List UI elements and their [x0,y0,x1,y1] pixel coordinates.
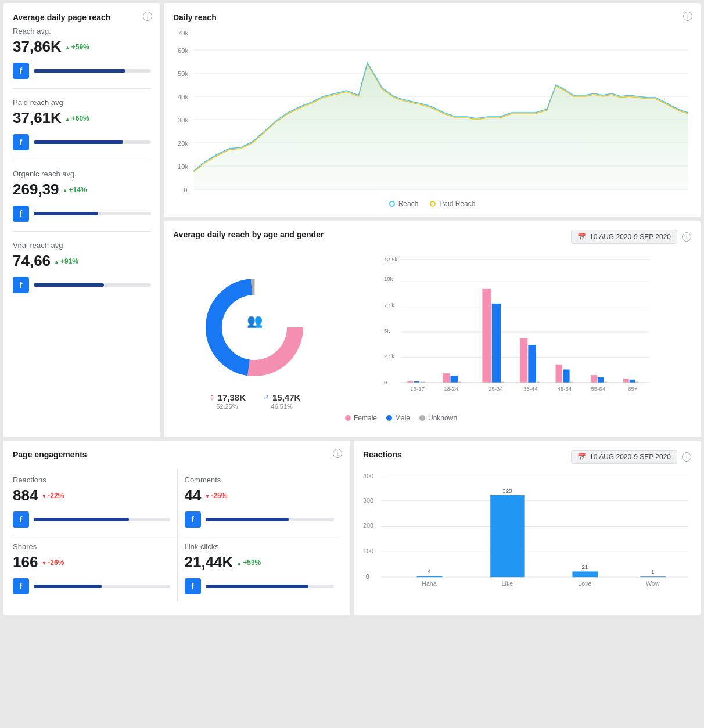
svg-rect-42 [458,382,461,383]
daily-reach-card: Daily reach i 0 10k 20k 30k 40k 50k 60k … [164,3,701,217]
viral-reach-avg-value: 74,66 [13,252,51,270]
svg-text:200: 200 [363,522,373,529]
reactions-card: Reactions 📅 10 AUG 2020-9 SEP 2020 i 0 1… [354,441,701,615]
svg-text:25-34: 25-34 [489,385,503,392]
age-gender-title: Average daily reach by age and gender [173,230,324,239]
page-engagements-info-icon[interactable]: i [333,449,342,458]
reactions-cell: Reactions 884 -22% f [13,468,177,535]
donut-container: 👥 ♀ 17,38K 52.25% ♂ 15,47K [173,251,336,428]
svg-text:Wow: Wow [646,580,660,587]
svg-text:21: 21 [581,564,588,570]
svg-text:40k: 40k [178,93,188,100]
svg-text:70k: 70k [178,30,188,37]
svg-rect-46 [520,338,527,383]
svg-rect-37 [407,381,413,383]
svg-text:7.5k: 7.5k [384,302,394,308]
svg-rect-84 [640,576,666,577]
svg-rect-40 [443,373,450,382]
svg-rect-49 [556,365,563,383]
svg-rect-50 [563,370,570,383]
svg-rect-43 [482,289,491,383]
svg-text:20k: 20k [178,140,188,147]
age-bar-svg: 0 2.5k 5k 7.5k 10k 12.5k [345,257,691,408]
svg-text:13-17: 13-17 [410,385,425,392]
daily-reach-legend: Reach Paid Reach [173,200,691,208]
shares-label: Shares [13,542,170,551]
svg-text:18-24: 18-24 [444,385,458,392]
svg-text:45-54: 45-54 [558,385,572,392]
reactions-change: -22% [41,492,64,500]
paid-reach-avg-section: Paid reach avg. 37,61K +60% f [13,98,151,160]
svg-text:2.5k: 2.5k [384,353,394,359]
reactions-date-badge[interactable]: 📅 10 AUG 2020-9 SEP 2020 [571,450,677,464]
reactions-info-icon[interactable]: i [682,452,691,462]
age-bar-legend: Female Male Unknown [345,414,691,422]
svg-text:20. Jul: 20. Jul [393,194,412,195]
legend-male: Male [386,414,410,422]
age-gender-body: 👥 ♀ 17,38K 52.25% ♂ 15,47K [173,251,691,428]
svg-text:0: 0 [384,379,387,385]
link-clicks-bar: f [185,578,335,594]
comments-label: Comments [185,475,335,484]
reactions-title: Reactions [363,450,402,459]
facebook-icon-1: f [13,63,29,79]
svg-rect-52 [591,375,597,383]
viral-reach-avg-section: Viral reach avg. 74,66 +91% f [13,241,151,302]
reactions-value: 884 [13,486,38,504]
link-clicks-label: Link clicks [185,542,335,551]
svg-rect-44 [492,304,501,383]
svg-rect-38 [414,381,419,383]
svg-rect-75 [417,576,443,577]
reactions-label: Reactions [13,475,170,484]
svg-rect-56 [630,380,635,383]
svg-text:4: 4 [428,568,431,574]
page-engagements-card: Page engagements i Reactions 884 -22% f [3,441,350,615]
daily-reach-svg: 0 10k 20k 30k 40k 50k 60k 70k [173,27,691,195]
viral-reach-avg-label: Viral reach avg. [13,241,151,250]
reactions-bar-svg: 0 100 200 300 400 4 Haha [363,471,691,604]
facebook-icon-8: f [185,578,201,594]
svg-text:1: 1 [651,568,654,575]
svg-text:12.5k: 12.5k [384,257,398,262]
male-label: ♂ 15,47K 46.51% [263,392,300,410]
link-clicks-change: +53% [236,558,261,567]
svg-rect-47 [528,345,536,383]
svg-rect-48 [537,382,540,383]
age-gender-header: Average daily reach by age and gender 📅 … [173,230,691,244]
svg-rect-53 [598,377,604,383]
age-gender-card: Average daily reach by age and gender 📅 … [164,221,701,437]
shares-cell: Shares 166 -26% f [13,535,177,601]
svg-rect-39 [420,382,426,383]
svg-rect-81 [572,571,598,577]
svg-rect-51 [570,382,573,383]
daily-reach-info-icon[interactable]: i [683,12,692,21]
facebook-icon-7: f [13,578,29,594]
svg-text:10k: 10k [384,276,393,282]
facebook-icon-4: f [13,277,29,293]
svg-text:22. Jun: 22. Jun [224,194,246,195]
reactions-bar: f [13,511,170,528]
link-clicks-value: 21,44K [185,553,234,571]
paid-reach-avg-label: Paid reach avg. [13,98,151,107]
svg-rect-45 [501,382,504,383]
comments-cell: Comments 44 -25% f [177,468,342,535]
female-icon: ♀ [209,392,215,403]
shares-value: 166 [13,553,38,571]
reach-avg-value: 37,86K [13,38,62,56]
organic-reach-avg-label: Organic reach avg. [13,170,151,178]
viral-reach-bar: f [13,277,151,293]
shares-change: -26% [41,558,64,567]
reactions-bar-chart: 0 100 200 300 400 4 Haha [363,471,691,606]
age-gender-info-icon[interactable]: i [682,232,691,242]
engagements-grid: Reactions 884 -22% f [13,468,341,601]
shares-bar: f [13,578,170,594]
svg-text:65+: 65+ [628,385,638,392]
avg-reach-info-icon[interactable]: i [143,12,152,21]
paid-reach-avg-change: +60% [65,114,89,122]
male-icon: ♂ [263,392,270,403]
svg-text:60k: 60k [178,47,188,54]
svg-text:0: 0 [366,573,369,580]
facebook-icon-3: f [13,206,29,222]
facebook-icon-6: f [185,511,201,528]
age-gender-date-badge[interactable]: 📅 10 AUG 2020-9 SEP 2020 [571,230,677,244]
